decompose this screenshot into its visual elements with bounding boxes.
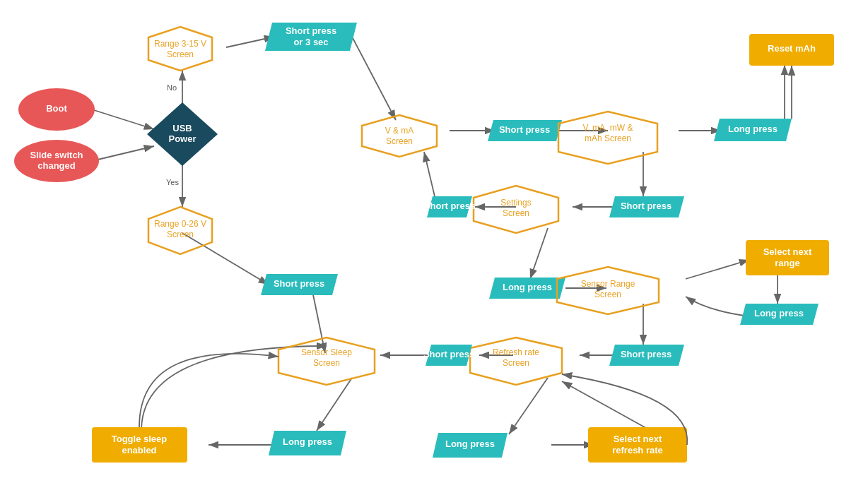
v-ma-label: V & mA bbox=[385, 126, 414, 136]
refresh-rate-label: Refresh rate bbox=[493, 347, 539, 357]
svg-line-31 bbox=[317, 378, 352, 431]
short-press-4-label: Short press bbox=[621, 349, 671, 359]
long-press-2-label: Long press bbox=[503, 282, 552, 292]
range-3-15-label: Range 3-15 V bbox=[154, 39, 206, 49]
svg-text:No: No bbox=[167, 83, 177, 92]
select-next-range-label: Select next bbox=[763, 246, 812, 257]
range-0-26-label2: Screen bbox=[167, 229, 194, 239]
short-press-2-label: Short press bbox=[621, 201, 671, 211]
sensor-range-label2: Screen bbox=[594, 290, 621, 299]
usb-power-label: USB bbox=[172, 123, 192, 133]
sensor-range-label: Sensor Range bbox=[581, 279, 635, 289]
select-next-refresh-label2: refresh rate bbox=[612, 445, 663, 455]
slide-switch-label: Slide switch bbox=[30, 150, 83, 160]
short-press-3sec-label2: or 3 sec bbox=[293, 37, 328, 47]
slide-switch-label2: changed bbox=[37, 160, 76, 171]
short-press-3sec-label: Short press bbox=[286, 25, 336, 36]
long-press-1-label: Long press bbox=[728, 124, 778, 134]
svg-line-20 bbox=[530, 228, 548, 279]
svg-line-28 bbox=[509, 378, 548, 434]
svg-line-30 bbox=[562, 381, 657, 434]
long-press-5-label: Long press bbox=[283, 436, 332, 447]
settings-label2: Screen bbox=[503, 208, 529, 218]
toggle-sleep-label2: enabled bbox=[122, 445, 156, 455]
svg-line-3 bbox=[92, 146, 154, 161]
refresh-rate-label2: Screen bbox=[503, 358, 529, 368]
sensor-sleep-label2: Screen bbox=[313, 358, 340, 368]
svg-line-2 bbox=[92, 109, 154, 129]
usb-power-label2: Power bbox=[168, 133, 196, 144]
select-next-refresh-label: Select next bbox=[614, 434, 662, 444]
range-3-15-label2: Screen bbox=[167, 49, 194, 59]
short-press-5-label: Short press bbox=[423, 349, 474, 359]
svg-line-9 bbox=[352, 37, 396, 120]
short-press-3-label: Short press bbox=[424, 201, 475, 211]
long-press-4-label: Long press bbox=[445, 439, 495, 449]
v-ma-mw-label: V, mA, mW & bbox=[583, 123, 633, 133]
sensor-sleep-label: Sensor Sleep bbox=[301, 347, 352, 357]
short-press-1-label: Short press bbox=[499, 124, 550, 135]
svg-text:Yes: Yes bbox=[166, 178, 179, 186]
svg-line-19 bbox=[424, 152, 435, 196]
svg-line-22 bbox=[686, 260, 749, 279]
short-press-6-label: Short press bbox=[274, 278, 324, 289]
reset-mah-label: Reset mAh bbox=[768, 43, 816, 54]
toggle-sleep-label: Toggle sleep bbox=[112, 434, 168, 444]
range-0-26-label: Range 0-26 V bbox=[154, 219, 206, 229]
boot-label: Boot bbox=[46, 103, 67, 114]
svg-line-10 bbox=[182, 233, 269, 285]
select-next-range-label2: range bbox=[775, 258, 799, 268]
flowchart-diagram: No Yes bbox=[0, 0, 868, 483]
v-ma-mw-label2: mAh Screen bbox=[585, 133, 631, 143]
v-ma-label2: Screen bbox=[386, 136, 413, 146]
long-press-3-label: Long press bbox=[754, 308, 804, 318]
settings-label: Settings bbox=[500, 198, 531, 208]
